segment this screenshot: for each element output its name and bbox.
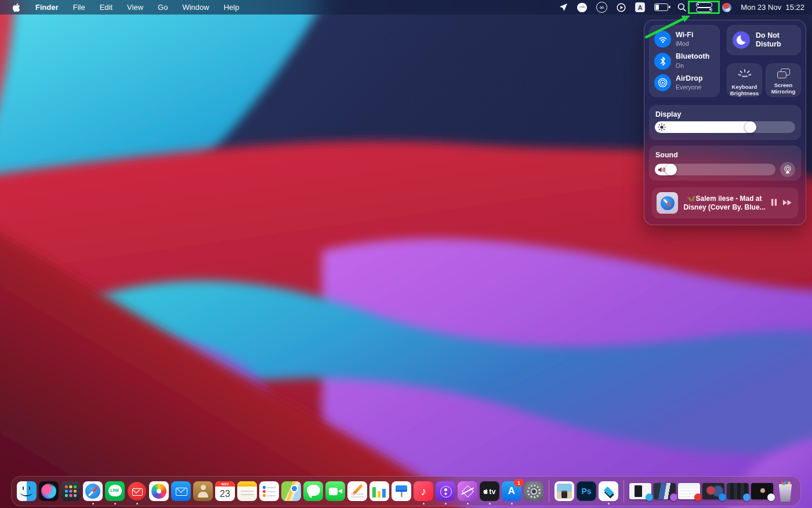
dock-reminders[interactable] (259, 481, 279, 501)
line-status-icon[interactable]: LINE (577, 3, 587, 12)
brightness-sun-icon (658, 123, 666, 131)
apple-menu-icon[interactable] (12, 2, 21, 13)
wifi-label: Wi-Fi (676, 31, 693, 39)
dock-messages[interactable] (303, 481, 323, 501)
sound-volume-slider[interactable] (655, 164, 775, 175)
display-brightness-slider[interactable] (655, 121, 795, 133)
line-label: LINE (105, 488, 125, 492)
minimized-window-3[interactable] (678, 483, 700, 499)
wifi-status: iMod (676, 40, 693, 47)
connectivity-card: Wi-Fi iMod Bluetooth On AirDrop (649, 25, 720, 97)
wifi-row[interactable]: Wi-Fi iMod (654, 31, 716, 48)
dock-apple-tv[interactable]: tv (480, 481, 499, 501)
bluetooth-row[interactable]: Bluetooth On (654, 53, 716, 70)
spotlight-icon[interactable] (677, 3, 686, 12)
dock-notes[interactable] (237, 481, 257, 501)
screen-mirroring-label: Screen Mirroring (766, 82, 801, 95)
menu-go[interactable]: Go (158, 3, 168, 12)
minimized-window-5[interactable] (727, 483, 749, 499)
menu-bar-clock[interactable]: Mon 23 Nov 15:22 (741, 3, 804, 12)
fast-forward-button[interactable] (782, 198, 792, 208)
menu-help[interactable]: Help (224, 3, 240, 12)
dock-siri[interactable] (39, 481, 59, 501)
running-indicator (489, 503, 491, 505)
dock: LINE NOV 23 tv A 1 Ps (11, 476, 801, 506)
minimized-window-1[interactable] (629, 483, 651, 499)
dock-divider (549, 480, 549, 502)
airdrop-row[interactable]: AirDrop Everyone (654, 74, 716, 91)
bluetooth-label: Bluetooth (676, 53, 709, 61)
app-store-letter: A (508, 485, 515, 497)
keyboard-brightness-icon (737, 69, 752, 80)
dock-divider (624, 480, 624, 502)
notification-badge: 1 (514, 479, 524, 487)
dock-photos[interactable] (149, 481, 169, 501)
airplay-audio-button[interactable] (780, 162, 795, 177)
running-indicator (511, 503, 513, 505)
wifi-icon (654, 31, 671, 48)
app-menu-title[interactable]: Finder (35, 3, 59, 12)
dock-numbers[interactable] (369, 481, 389, 501)
dock-layers-app[interactable] (599, 481, 618, 501)
display-slider-fill (655, 121, 756, 133)
creative-cloud-icon[interactable]: ∞ (596, 2, 607, 13)
control-center-panel: Wi-Fi iMod Bluetooth On AirDrop (644, 20, 806, 225)
dock-maps[interactable] (281, 481, 301, 501)
minimized-window-4[interactable] (702, 483, 724, 499)
display-label: Display (649, 105, 801, 121)
do-not-disturb-button[interactable]: Do Not Disturb (727, 25, 801, 55)
dock-finder[interactable] (17, 481, 37, 501)
screen-mirroring-button[interactable]: Screen Mirroring (766, 63, 801, 97)
line-status-label: LINE (579, 6, 585, 9)
battery-icon[interactable] (654, 3, 668, 11)
dock-safari[interactable] (83, 481, 103, 501)
play-status-icon[interactable] (617, 3, 626, 12)
dock-red-mail-app[interactable] (127, 481, 147, 501)
menu-file[interactable]: File (73, 3, 85, 12)
display-section: Display (649, 105, 801, 140)
bluetooth-icon (654, 53, 671, 70)
dock-music[interactable] (414, 481, 433, 501)
display-slider-thumb[interactable] (745, 121, 756, 133)
tv-label: tv (489, 487, 496, 496)
dock-photoshop[interactable]: Ps (577, 481, 596, 501)
dock-launchpad[interactable] (61, 481, 81, 501)
sound-section: Sound (649, 146, 801, 181)
menu-window[interactable]: Window (182, 3, 209, 12)
desktop: Finder File Edit View Go Window Help LIN… (0, 0, 812, 508)
menu-bar: Finder File Edit View Go Window Help LIN… (0, 0, 812, 15)
control-center-icon[interactable] (695, 2, 713, 12)
dock-trash[interactable] (775, 480, 795, 502)
airdrop-label: AirDrop (676, 75, 703, 83)
now-playing-card[interactable]: 🦋Salem ilese - Mad at Disney (Cover By. … (652, 188, 798, 218)
dock-calendar[interactable]: NOV 23 (215, 481, 235, 501)
minimized-window-2[interactable] (654, 483, 676, 499)
sound-slider-thumb[interactable] (665, 164, 677, 175)
airdrop-icon (654, 74, 671, 91)
menu-bar-status: LINE ∞ A Mon 23 Nov 15:22 (559, 2, 812, 13)
running-indicator (92, 503, 94, 505)
calendar-day: 23 (215, 487, 235, 501)
dock-line[interactable]: LINE (105, 481, 125, 501)
dock-app-store[interactable]: A 1 (502, 481, 521, 501)
menu-view[interactable]: View (127, 3, 143, 12)
dock-contacts[interactable] (193, 481, 213, 501)
dock-photo-app[interactable] (554, 481, 574, 501)
dock-affinity-photo[interactable] (458, 481, 477, 501)
pause-button[interactable] (771, 198, 777, 208)
third-party-status-icon[interactable] (722, 3, 731, 12)
menu-edit[interactable]: Edit (100, 3, 113, 12)
running-indicator (136, 503, 138, 505)
dock-system-preferences[interactable] (524, 481, 543, 501)
location-icon[interactable] (559, 3, 568, 12)
dock-podcasts[interactable] (436, 481, 455, 501)
dock-mail[interactable] (171, 481, 191, 501)
moon-icon (733, 31, 750, 49)
dock-pages[interactable] (347, 481, 367, 501)
input-source-icon[interactable]: A (635, 2, 645, 12)
dock-facetime[interactable] (325, 481, 345, 501)
dock-keynote[interactable] (392, 481, 411, 501)
screen-mirroring-icon (777, 69, 790, 78)
minimized-window-6[interactable] (751, 483, 773, 499)
keyboard-brightness-button[interactable]: Keyboard Brightness (727, 63, 762, 97)
